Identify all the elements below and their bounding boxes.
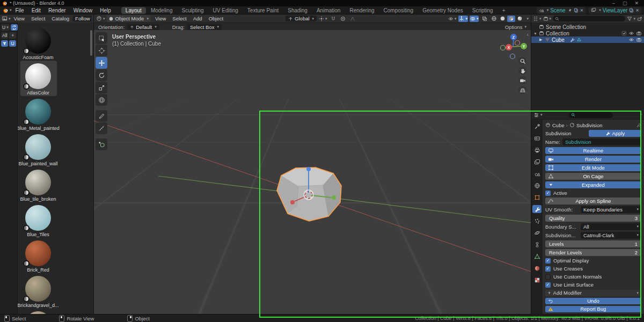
properties-tab-scene-icon[interactable] (532, 170, 541, 178)
unlink-scene-icon[interactable]: ✕ (580, 8, 584, 13)
asset-item-atlascolor[interactable]: AtlasColor (18, 62, 93, 98)
checkbox-unchecked-icon[interactable] (545, 274, 551, 280)
asset-item-acousticfoam[interactable]: AcousticFoam (18, 27, 93, 62)
properties-search-input[interactable] (569, 112, 613, 118)
dropdown-arrow-icon[interactable]: ▾ (526, 17, 529, 21)
snap-target-button[interactable]: ▾ (318, 16, 328, 22)
asset-item-blue-metal-painted[interactable]: Blue_Metal_painted (18, 98, 93, 133)
checkbox-checked-icon[interactable]: ✓ (545, 258, 551, 264)
toggle-edit-mode[interactable]: Edit Mode (545, 164, 641, 171)
editor-type-button[interactable]: ▾ (533, 16, 541, 21)
tab-texture-paint[interactable]: Texture Paint (243, 7, 283, 14)
pan-icon[interactable] (518, 67, 526, 75)
checkbox-row-use-limit-surface[interactable]: ✓Use Limit Surface (545, 282, 641, 288)
display-mode-button[interactable]: ▾ (543, 16, 552, 21)
transform-tool-button[interactable] (96, 94, 107, 106)
breadcrumb-object[interactable]: Cube (552, 122, 565, 128)
pin-icon[interactable] (567, 8, 572, 13)
view-layer-name[interactable]: ViewLayer (603, 8, 628, 13)
drag-mode-dropdown[interactable]: Select Box ▾ (187, 24, 222, 30)
new-collection-button[interactable] (637, 16, 642, 21)
proportional-falloff-button[interactable] (349, 16, 357, 22)
new-scene-icon[interactable] (574, 8, 579, 13)
asset-menu-view[interactable]: View (11, 16, 28, 21)
properties-tab-render-icon[interactable] (532, 134, 541, 142)
checkbox-row-optimal-display[interactable]: ✓Optimal Display (545, 258, 641, 264)
scale-tool-button[interactable] (96, 82, 107, 93)
tab-shading[interactable]: Shading (283, 7, 312, 14)
disclosure-closed-icon[interactable]: ▶ (539, 38, 543, 42)
menu-file[interactable]: File (12, 8, 28, 13)
catalog-filter-button[interactable] (1, 40, 8, 47)
scene-selector[interactable]: ▾ Scene ✕ (537, 7, 586, 14)
undo-button[interactable]: Undo (545, 298, 641, 304)
import-method-dropdown[interactable]: Follow Pre (72, 16, 92, 21)
editor-type-button[interactable]: ▾ (2, 16, 11, 21)
properties-tab-world-icon[interactable] (532, 181, 541, 189)
viewport-menu-object[interactable]: Object (206, 16, 226, 21)
toggle-expanded[interactable]: Expanded (545, 181, 641, 188)
tab-rendering[interactable]: Rendering (345, 7, 378, 14)
tab-compositing[interactable]: Compositing (379, 7, 418, 14)
asset-item-partial[interactable] (18, 310, 93, 314)
disclosure-open-icon[interactable]: ▼ (533, 32, 537, 35)
toggle-realtime[interactable]: Realtime (545, 147, 641, 154)
render-levels-slider[interactable]: Render Levels2 (545, 249, 641, 256)
annotate-tool-button[interactable] (96, 110, 107, 122)
properties-tab-material-icon[interactable] (532, 264, 541, 272)
wireframe-sphere-icon[interactable] (490, 16, 498, 22)
subdivision-dropdown[interactable]: Catmull-Clark▾ (581, 232, 641, 239)
properties-tab-particles-icon[interactable] (532, 217, 541, 225)
outliner-row-cube[interactable]: ▶ Cube (531, 36, 644, 43)
options-dropdown[interactable]: Options ▾ (505, 24, 526, 30)
properties-tab-object-icon[interactable] (532, 193, 541, 201)
show-object-types-button[interactable]: ▾ (448, 16, 457, 22)
apply-on-spline-button[interactable]: Apply on Spline (545, 197, 641, 204)
asset-menu-catalog[interactable]: Catalog (48, 16, 72, 21)
asset-item-brickandgravel-d[interactable]: Brickandgravel_d... (18, 275, 93, 310)
checkbox-checked-icon[interactable]: ✓ (545, 282, 551, 288)
apply-modifier-button[interactable]: Apply (589, 130, 641, 137)
rotate-tool-button[interactable] (96, 69, 107, 81)
rendered-sphere-icon[interactable] (516, 16, 524, 22)
zoom-icon[interactable] (518, 57, 526, 65)
transform-orientation-dropdown[interactable]: Global ▾ (286, 16, 317, 21)
viewport-menu-select[interactable]: Select (169, 16, 189, 21)
dropdown-arrow-icon[interactable]: ▾ (640, 113, 642, 117)
cursor-tool-button[interactable] (96, 45, 107, 56)
render-visibility-icon[interactable] (636, 31, 642, 36)
modifier-name-input[interactable]: Subdivision (562, 138, 641, 145)
render-visibility-icon[interactable] (636, 37, 642, 42)
properties-tab-texture-icon[interactable] (532, 276, 541, 284)
toggle-on-cage[interactable]: On Cage (545, 173, 641, 180)
properties-tab-physics-icon[interactable] (532, 229, 541, 237)
menu-window[interactable]: Window (70, 8, 97, 13)
tab-uv-editing[interactable]: UV Editing (209, 7, 243, 14)
editor-type-button[interactable]: ▾ (533, 112, 543, 118)
outliner-row-collection[interactable]: ▼ Collection (531, 30, 644, 36)
material-sphere-icon[interactable] (507, 16, 515, 22)
tab-layout[interactable]: Layout (121, 7, 146, 14)
checkbox-checked-icon[interactable]: ✓ (545, 266, 551, 272)
add-catalog-button[interactable]: + (9, 32, 16, 39)
xray-button[interactable] (480, 16, 488, 22)
properties-tab-modifiers-icon[interactable] (532, 205, 541, 213)
solid-sphere-icon[interactable] (499, 16, 507, 22)
proportional-edit-button[interactable] (339, 16, 347, 22)
boundary-s-dropdown[interactable]: All▾ (581, 223, 641, 230)
tab-geometry-nodes[interactable]: Geometry Nodes (418, 7, 467, 14)
report-bug-button[interactable]: Report Bug (545, 306, 641, 312)
properties-tab-view-layer-icon[interactable] (532, 158, 541, 166)
menu-help[interactable]: Help (96, 8, 115, 13)
tab-scripting[interactable]: Scripting (468, 7, 497, 14)
hide-eye-icon[interactable] (628, 31, 634, 36)
camera-icon[interactable] (518, 76, 526, 84)
perspective-icon[interactable] (518, 86, 526, 94)
snap-toggle-button[interactable] (330, 16, 338, 22)
menu-render[interactable]: Render (45, 8, 70, 13)
viewport-menu-add[interactable]: Add (190, 16, 206, 21)
asset-item-brick-red[interactable]: Brick_Red (18, 239, 93, 275)
hide-eye-icon[interactable] (628, 37, 634, 42)
measure-tool-button[interactable] (96, 122, 107, 134)
checkbox-row-use-creases[interactable]: ✓Use Creases (545, 266, 641, 272)
